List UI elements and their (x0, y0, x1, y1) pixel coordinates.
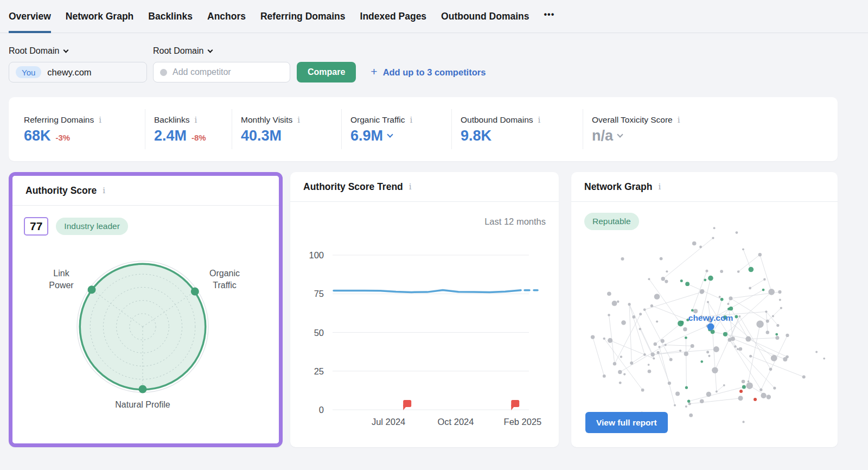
network-node (603, 338, 605, 340)
network-node (758, 253, 762, 256)
info-icon[interactable]: i (297, 116, 300, 124)
network-node (654, 342, 657, 346)
info-icon[interactable]: i (538, 116, 541, 124)
network-node (685, 405, 687, 408)
network-node (674, 404, 676, 407)
trend-y-tick: 50 (314, 328, 324, 338)
info-icon[interactable]: i (678, 116, 680, 124)
metric-backlinks: Backlinksi 2.4M-8% (145, 109, 232, 149)
network-node (650, 304, 653, 307)
info-icon[interactable]: i (409, 183, 412, 191)
network-node (612, 301, 617, 306)
trend-y-tick: 25 (314, 366, 324, 376)
network-node (720, 298, 724, 301)
you-domain-input[interactable]: You chewy.com (9, 62, 147, 82)
widget-cards-row: Authority Score i 77 Industry leader Lin… (0, 172, 868, 447)
network-node (621, 320, 626, 325)
network-node (685, 336, 687, 339)
network-node (639, 313, 642, 315)
network-node (660, 257, 663, 261)
network-node (661, 339, 665, 343)
network-node (591, 335, 595, 339)
network-node (779, 299, 781, 301)
trend-line-chart: 1007550250Jul 2024Oct 2024Feb 2025 (290, 233, 559, 447)
network-node (738, 315, 741, 317)
trend-y-tick: 0 (319, 405, 324, 415)
more-tabs-icon[interactable]: ••• (544, 10, 554, 23)
you-scope-dropdown[interactable]: Root Domain (9, 46, 153, 56)
google-update-flag-icon[interactable] (511, 400, 519, 410)
google-update-flag-icon[interactable] (403, 400, 411, 410)
tab-network-graph[interactable]: Network Graph (66, 0, 133, 33)
info-icon[interactable]: i (658, 183, 661, 191)
radar-data-point (139, 385, 147, 393)
add-competitors-link[interactable]: + Add up to 3 competitors (371, 62, 486, 82)
network-node (628, 303, 630, 306)
network-node (748, 380, 750, 383)
add-competitors-label: Add up to 3 competitors (383, 67, 486, 78)
network-node (665, 344, 667, 346)
network-node (643, 353, 646, 356)
tab-outbound-domains[interactable]: Outbound Domains (441, 0, 529, 33)
domain-filters: Root Domain You chewy.com Root Domain Ad… (0, 46, 868, 82)
network-node (607, 292, 611, 296)
metric-delta: -3% (56, 134, 71, 142)
metric-label: Overall Toxicity Score (592, 115, 673, 125)
network-node (691, 344, 694, 348)
radar-data-point (88, 285, 96, 294)
authority-score-card: Authority Score i 77 Industry leader Lin… (12, 176, 279, 443)
metric-outbound-domains: Outbound Domainsi 9.8K (452, 109, 583, 149)
add-competitor-input[interactable]: Add competitor (153, 62, 290, 82)
toxicity-score-dropdown[interactable]: n/a (592, 129, 838, 143)
network-node (729, 296, 732, 300)
network-node (749, 355, 752, 358)
network-node (684, 352, 688, 356)
network-node (613, 362, 616, 365)
network-node (746, 383, 752, 389)
network-node-root-domain[interactable] (707, 323, 714, 331)
network-node (762, 289, 765, 291)
network-node (728, 338, 732, 342)
network-node (661, 277, 665, 281)
tab-overview[interactable]: Overview (9, 0, 51, 33)
network-node (765, 310, 767, 313)
tab-referring-domains[interactable]: Referring Domains (260, 0, 346, 33)
tab-anchors[interactable]: Anchors (207, 0, 246, 33)
metrics-summary: Referring Domainsi 68K-3% Backlinksi 2.4… (9, 97, 838, 161)
network-node (648, 364, 650, 366)
tab-indexed-pages[interactable]: Indexed Pages (360, 0, 427, 33)
tab-backlinks[interactable]: Backlinks (148, 0, 193, 33)
network-node (713, 227, 716, 229)
you-scope-label: Root Domain (9, 46, 59, 56)
network-node (716, 390, 718, 392)
report-tabs: Overview Network Graph Backlinks Anchors… (0, 0, 868, 33)
competitor-scope-label: Root Domain (153, 46, 203, 56)
network-node (608, 338, 612, 343)
info-icon[interactable]: i (194, 116, 197, 124)
network-node (815, 351, 818, 353)
metric-label: Backlinks (154, 115, 189, 125)
network-scatter-graph: chewy.com (571, 202, 838, 447)
network-node (775, 336, 779, 340)
info-icon[interactable]: i (103, 187, 105, 195)
metric-value: 40.3M (241, 129, 282, 143)
network-node (608, 314, 610, 316)
info-icon[interactable]: i (99, 116, 101, 124)
network-node (679, 350, 681, 352)
network-node (707, 301, 709, 303)
network-node (767, 395, 771, 399)
network-node (658, 346, 660, 348)
organic-traffic-dropdown[interactable]: 6.9M (350, 129, 451, 143)
competitor-scope-dropdown[interactable]: Root Domain (153, 46, 290, 56)
network-node (657, 351, 660, 354)
metric-label: Outbound Domains (461, 115, 533, 125)
info-icon[interactable]: i (410, 116, 413, 124)
network-node (656, 320, 658, 322)
network-node (643, 308, 646, 311)
authority-radar-chart: LinkPower OrganicTraffic Natural Profile (12, 245, 279, 419)
compare-button[interactable]: Compare (297, 62, 356, 82)
view-full-report-button[interactable]: View full report (585, 412, 668, 433)
network-node (776, 324, 779, 327)
network-node (712, 237, 714, 239)
network-node (708, 355, 710, 357)
